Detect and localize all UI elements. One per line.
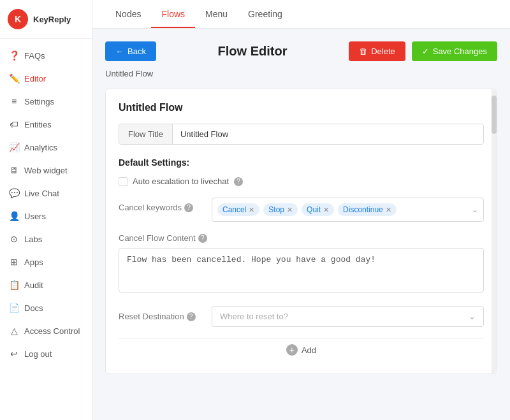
flow-subtitle: Untitled Flow [105, 69, 497, 78]
auto-escalation-info-icon[interactable]: ? [234, 177, 243, 186]
cancel-content-section: Cancel Flow Content ? [119, 233, 484, 294]
reset-placeholder: Where to reset to? [220, 312, 288, 321]
flow-title-input[interactable] [173, 124, 483, 144]
reset-destination-info-icon[interactable]: ? [187, 312, 196, 321]
cancel-keywords-row: Cancel keywords ? Cancel✕Stop✕Quit✕Disco… [119, 198, 484, 222]
sidebar-item-label: Entities [24, 120, 52, 129]
sidebar-item-analytics[interactable]: 📈 Analytics [0, 136, 92, 159]
cancel-keywords-label: Cancel keywords ? [119, 198, 201, 212]
tag-close-icon[interactable]: ✕ [249, 206, 254, 214]
add-circle-icon: + [286, 344, 298, 356]
sidebar-nav: ❓ FAQs ✏️ Editor ≡ Settings 🏷 Entities 📈… [0, 39, 92, 420]
audit-icon: 📋 [9, 280, 19, 290]
tag-close-icon[interactable]: ✕ [386, 206, 391, 214]
sidebar-item-label: Users [24, 212, 46, 221]
reset-destination-row: Reset Destination ? Where to reset to? ⌄ [119, 306, 484, 327]
sidebar-item-label: Log out [24, 349, 52, 359]
flow-editor-header: ← Back Flow Editor 🗑 Delete ✓ Save Chang… [105, 41, 497, 61]
page-title: Flow Editor [218, 44, 288, 59]
back-chevron-icon: ← [115, 47, 124, 56]
sidebar-item-users[interactable]: 👤 Users [0, 205, 92, 228]
flow-title-row: Flow Title [119, 124, 484, 145]
cancel-keywords-info-icon[interactable]: ? [184, 203, 193, 212]
log-out-icon: ↩ [9, 349, 19, 359]
sidebar-item-editor[interactable]: ✏️ Editor [0, 67, 92, 90]
tab-menu[interactable]: Menu [195, 1, 238, 28]
auto-escalation-checkbox[interactable] [119, 177, 127, 186]
sidebar-item-label: Settings [24, 97, 54, 106]
analytics-icon: 📈 [9, 142, 19, 152]
keyword-tag: Quit✕ [302, 203, 334, 216]
sidebar-item-audit[interactable]: 📋 Audit [0, 273, 92, 296]
faqs-icon: ❓ [9, 50, 19, 61]
top-tabs: NodesFlowsMenuGreeting [92, 0, 510, 29]
back-button[interactable]: ← Back [105, 41, 156, 61]
default-settings-label: Default Settings: [119, 157, 484, 168]
reset-destination-select[interactable]: Where to reset to? ⌄ [212, 306, 484, 327]
trash-icon: 🗑 [359, 47, 367, 56]
scroll-thumb [492, 96, 497, 134]
add-button[interactable]: + Add [286, 344, 316, 356]
settings-icon: ≡ [9, 96, 19, 106]
sidebar-item-entities[interactable]: 🏷 Entities [0, 113, 92, 136]
reset-chevron-icon: ⌄ [469, 312, 476, 321]
web-widget-icon: 🖥 [9, 165, 19, 175]
flow-card-title: Untitled Flow [119, 102, 484, 113]
sidebar-item-label: Editor [24, 74, 46, 83]
tag-close-icon[interactable]: ✕ [323, 206, 329, 214]
live-chat-icon: 💬 [9, 188, 19, 198]
tab-flows[interactable]: Flows [151, 1, 195, 28]
cancel-content-info-icon[interactable]: ? [198, 234, 207, 243]
delete-button[interactable]: 🗑 Delete [349, 41, 405, 61]
sidebar-item-label: Access Control [24, 326, 80, 336]
sidebar-item-access-control[interactable]: △ Access Control [0, 319, 92, 342]
labs-icon: ⊙ [9, 234, 19, 244]
tag-close-icon[interactable]: ✕ [287, 206, 293, 214]
main-content: NodesFlowsMenuGreeting ← Back Flow Edito… [92, 0, 510, 420]
keywords-container[interactable]: Cancel✕Stop✕Quit✕Discontinue✕⌄ [212, 198, 484, 222]
scrollbar[interactable] [492, 89, 497, 373]
sidebar-item-log-out[interactable]: ↩ Log out [0, 342, 92, 365]
sidebar-item-label: Live Chat [24, 189, 59, 198]
sidebar-item-label: Apps [24, 257, 43, 267]
save-button[interactable]: ✓ Save Changes [412, 41, 497, 61]
sidebar-item-label: Docs [24, 303, 43, 313]
flow-card: Untitled Flow Flow Title Default Setting… [105, 89, 497, 374]
sidebar-item-label: Web widget [24, 166, 68, 175]
sidebar-item-label: Analytics [24, 143, 57, 152]
header-actions: 🗑 Delete ✓ Save Changes [349, 41, 497, 61]
cancel-content-textarea[interactable] [119, 248, 484, 293]
keyword-tag: Stop✕ [263, 203, 298, 216]
sidebar-item-web-widget[interactable]: 🖥 Web widget [0, 159, 92, 182]
keyword-tag: Cancel✕ [217, 203, 259, 216]
sidebar-item-faqs[interactable]: ❓ FAQs [0, 44, 92, 67]
sidebar-item-apps[interactable]: ⊞ Apps [0, 250, 92, 273]
access-control-icon: △ [9, 326, 19, 336]
flow-title-label: Flow Title [119, 124, 173, 144]
sidebar-item-label: Audit [24, 280, 43, 290]
tab-greeting[interactable]: Greeting [238, 1, 293, 28]
content-area: ← Back Flow Editor 🗑 Delete ✓ Save Chang… [92, 29, 510, 420]
app-name: KeyReply [33, 15, 71, 24]
auto-escalation-label: Auto escalation to livechat [133, 177, 229, 186]
keyword-tag: Discontinue✕ [338, 203, 397, 216]
keywords-chevron-icon: ⌄ [472, 205, 478, 214]
editor-icon: ✏️ [9, 73, 19, 83]
apps-icon: ⊞ [9, 257, 19, 267]
docs-icon: 📄 [9, 303, 19, 313]
sidebar-item-labs[interactable]: ⊙ Labs [0, 228, 92, 250]
cancel-content-label: Cancel Flow Content ? [119, 233, 484, 243]
users-icon: 👤 [9, 211, 19, 221]
add-row: + Add [119, 338, 484, 361]
entities-icon: 🏷 [9, 119, 19, 129]
auto-escalation-row: Auto escalation to livechat ? [119, 177, 484, 186]
logo-icon: K [8, 9, 28, 29]
sidebar-item-docs[interactable]: 📄 Docs [0, 296, 92, 319]
sidebar: K KeyReply ❓ FAQs ✏️ Editor ≡ Settings 🏷… [0, 0, 92, 420]
sidebar-item-settings[interactable]: ≡ Settings [0, 90, 92, 113]
sidebar-logo: K KeyReply [0, 0, 92, 39]
sidebar-item-label: FAQs [24, 51, 45, 61]
sidebar-item-live-chat[interactable]: 💬 Live Chat [0, 182, 92, 205]
checkmark-icon: ✓ [422, 47, 429, 56]
tab-nodes[interactable]: Nodes [105, 1, 151, 28]
